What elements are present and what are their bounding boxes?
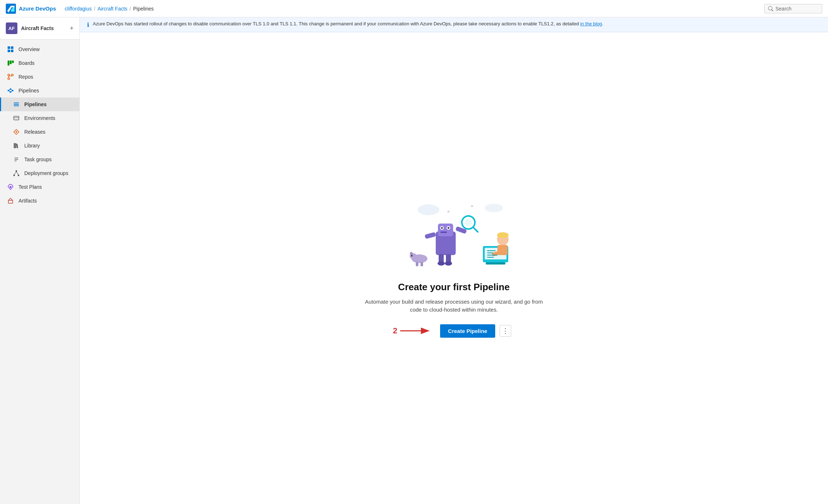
sidebar-item-releases[interactable]: Releases [0,125,79,139]
svg-rect-8 [10,61,12,64]
svg-rect-67 [416,262,418,266]
sidebar-item-artifacts[interactable]: Artifacts [0,194,79,208]
svg-point-57 [465,219,472,226]
azure-devops-logo-icon [6,4,16,14]
svg-rect-32 [16,144,18,148]
sidebar-item-pipelines-group[interactable]: Pipelines [0,84,79,97]
svg-rect-42 [8,200,13,203]
svg-rect-15 [8,90,9,91]
environments-icon [13,114,20,122]
svg-point-51 [441,227,443,229]
pipeline-svg [392,199,516,271]
svg-line-39 [14,172,16,175]
more-options-button[interactable]: ⋮ [500,325,511,337]
annotation-2-number: 2 [393,326,397,336]
svg-line-40 [16,172,18,175]
main-content: Create your first Pipeline Automate your… [80,32,828,504]
pipelines-group-icon [7,87,14,94]
brand-logo[interactable]: Azure DevOps [6,4,56,14]
artifacts-icon [7,197,14,204]
svg-point-61 [438,261,445,266]
breadcrumb-aircraft-facts[interactable]: Aircraft Facts [98,6,127,12]
svg-line-19 [9,89,10,91]
svg-rect-53 [440,232,447,233]
svg-rect-3 [8,46,10,49]
svg-rect-6 [11,50,13,52]
sidebar-item-deployment-groups[interactable]: Deployment groups [0,166,79,180]
sidebar-item-repos-label: Repos [18,74,33,80]
sidebar-item-boards-label: Boards [18,60,34,66]
test-plans-icon [7,183,14,191]
svg-point-52 [448,227,450,229]
overview-icon [7,46,14,53]
svg-point-46 [471,205,473,207]
annotation-2: 2 [393,326,431,336]
svg-point-74 [497,232,509,238]
sidebar-item-artifacts-label: Artifacts [18,198,37,204]
more-dots-icon: ⋮ [502,327,509,335]
svg-rect-36 [16,170,17,172]
add-project-button[interactable]: + [70,25,74,32]
sidebar-item-environments-label: Environments [24,115,55,121]
sidebar-navigation: Overview Boards Repos P [0,39,79,211]
sidebar-item-overview-label: Overview [18,46,40,52]
create-pipeline-button[interactable]: Create Pipeline [440,324,495,338]
breadcrumb-pipelines: Pipelines [133,6,154,12]
sidebar-item-boards[interactable]: Boards [0,56,79,70]
banner-link[interactable]: in the blog [580,21,602,26]
banner-text: Azure DevOps has started rollout of chan… [93,21,603,26]
svg-point-62 [445,261,452,266]
search-box[interactable]: Search [764,4,822,13]
svg-line-22 [11,91,12,92]
project-name: Aircraft Facts [21,25,66,31]
deployment-groups-icon [13,170,20,177]
svg-point-44 [485,204,503,212]
search-icon [768,6,773,11]
action-row: 2 Create Pipeline ⋮ [440,324,511,338]
boards-icon [7,59,14,67]
svg-rect-31 [15,143,16,148]
sidebar-item-repos[interactable]: Repos [0,70,79,84]
main-title: Create your first Pipeline [398,282,510,293]
sidebar-item-releases-label: Releases [24,129,45,135]
breadcrumb-cliffordagius[interactable]: cliffordagius [65,6,92,12]
brand-name[interactable]: Azure DevOps [19,5,56,12]
sidebar-item-overview[interactable]: Overview [0,42,79,56]
svg-point-66 [411,255,413,257]
breadcrumb-sep-1: / [94,6,95,12]
sidebar-item-pipelines-label: Pipelines [24,101,46,107]
breadcrumb-sep-2: / [129,6,131,12]
pipelines-sub-icon [13,101,20,108]
task-groups-icon [13,156,20,163]
svg-rect-48 [438,224,453,236]
sidebar-item-test-plans[interactable]: Test Plans [0,180,79,194]
pipeline-illustration [392,199,516,271]
svg-rect-30 [14,143,15,148]
svg-rect-9 [12,61,14,63]
svg-line-58 [473,228,478,232]
svg-point-45 [447,211,450,213]
info-icon: ℹ [87,21,89,28]
sidebar: AF Aircraft Facts + Overview Boards [0,17,80,504]
sidebar-item-environments[interactable]: Environments [0,111,79,125]
repos-icon [7,73,14,80]
svg-line-21 [11,89,12,91]
svg-point-11 [8,78,10,80]
main-subtitle: Automate your build and release processe… [363,298,545,314]
sidebar-project: AF Aircraft Facts + [0,17,79,39]
search-label: Search [775,6,791,12]
svg-rect-17 [10,91,11,93]
sidebar-item-task-groups-label: Task groups [24,157,51,162]
svg-rect-4 [11,46,13,49]
svg-line-20 [9,91,10,92]
svg-rect-37 [13,175,15,176]
content-area: ℹ Azure DevOps has started rollout of ch… [80,17,828,504]
sidebar-item-library[interactable]: Library [0,139,79,153]
sidebar-item-test-plans-label: Test Plans [18,184,42,190]
sidebar-item-task-groups[interactable]: Task groups [0,153,79,166]
sidebar-item-library-label: Library [24,143,40,149]
svg-rect-38 [18,175,19,176]
sidebar-item-pipelines[interactable]: Pipelines 1 [0,97,79,111]
svg-rect-18 [12,90,13,91]
annotation-2-arrow [399,326,431,335]
